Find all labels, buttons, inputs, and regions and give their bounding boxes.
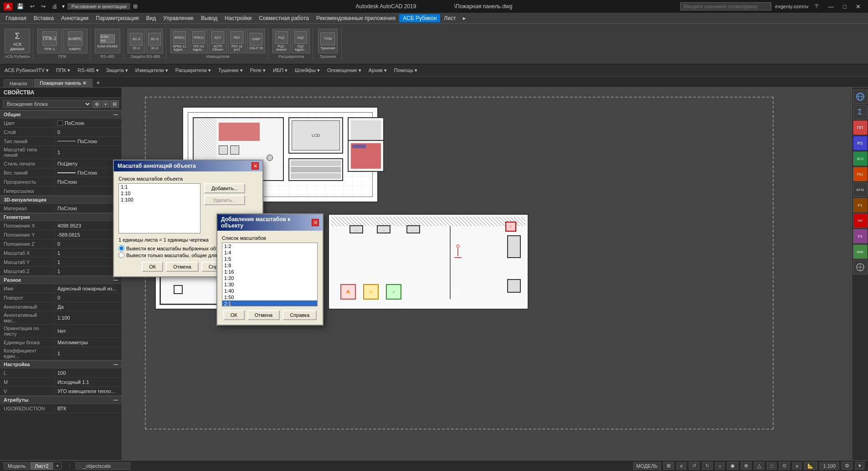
section-геометрия[interactable]: Геометрия — <box>0 213 122 221</box>
sidebar-rr-icon[interactable]: РР <box>853 213 868 228</box>
toolbar-ppk[interactable]: ППК ▾ <box>53 67 73 74</box>
sidebar-a40-icon[interactable]: А40 <box>853 244 868 259</box>
model-btn[interactable]: МОДЕЛЬ <box>633 462 661 470</box>
add-scale-1-8[interactable]: 1:8 <box>222 262 317 269</box>
quick-redo[interactable]: ↪ <box>39 3 47 10</box>
settings-gear[interactable]: ⚙ <box>842 462 853 470</box>
section-общие[interactable]: Общие — <box>0 110 122 119</box>
dialog-add-cancel-btn[interactable]: Отмена <box>247 310 280 320</box>
dialog-add-scales-listbox[interactable]: 1:2 1:4 1:5 1:8 1:16 1:20 1:30 1:40 1:50… <box>222 243 318 306</box>
add-scale-2-1[interactable]: 2:1 <box>222 300 317 306</box>
menu-главная[interactable]: Главная <box>2 14 30 22</box>
scale-item-1-10[interactable]: 1:10 <box>119 190 200 197</box>
menu-совместная[interactable]: Совместная работа <box>255 14 313 22</box>
close-btn[interactable]: ✕ <box>852 2 864 11</box>
minimize-btn[interactable]: — <box>824 2 837 11</box>
tab-model[interactable]: Модель <box>4 462 30 470</box>
sidebar-r3-icon[interactable]: Р3 <box>853 229 868 243</box>
sidebar-ppk-icon[interactable]: ПП <box>853 120 868 135</box>
ribbon-btn-tush[interactable]: ТУШ Тушение <box>318 29 338 53</box>
dialog-remove-scale-btn[interactable]: Удалить... <box>204 195 245 205</box>
grid-btn[interactable]: ⊞ <box>663 462 674 470</box>
tab-nachalo[interactable]: Начало <box>4 79 33 87</box>
section-разное[interactable]: Разное — <box>0 276 122 284</box>
osnap-btn[interactable]: ○ <box>715 462 725 470</box>
qp-btn[interactable]: ⊙ <box>779 462 790 470</box>
radio-all-input[interactable] <box>118 245 124 251</box>
ribbon-btn-ppk1[interactable]: ППК-1 ППК-1 <box>37 29 62 53</box>
scale-display[interactable]: 1:100 <box>820 462 839 470</box>
tab-add-btn[interactable]: + <box>93 78 103 87</box>
sidebar-r01-icon[interactable]: Р01 <box>853 167 868 181</box>
scale-item-1-1[interactable]: 1:1 <box>119 184 200 190</box>
radio-common-input[interactable] <box>118 252 124 258</box>
zoom-dropdown[interactable]: ▾ <box>855 462 864 470</box>
ribbon-btn-skbr[interactable]: СКБР СКБ-Р 20 <box>247 29 265 53</box>
lweight-btn[interactable]: △ <box>754 462 764 470</box>
ribbon-btn-rcs[interactable]: РЦС РЦС-Аналог. <box>272 29 291 53</box>
toolbar-rasshiriteli[interactable]: Расширители ▾ <box>173 67 214 74</box>
sidebar-rs-icon[interactable]: RS <box>853 136 868 150</box>
dynin-btn[interactable]: ⊕ <box>741 462 751 470</box>
section-3d[interactable]: 3D-визуализация — <box>0 196 122 204</box>
sidebar-zs3-icon[interactable]: ЗС3 <box>853 151 868 166</box>
view-controls[interactable]: ⊞ <box>133 3 138 10</box>
toolbar-tushenie[interactable]: Тушение ▾ <box>216 67 246 74</box>
tab-list2[interactable]: Лист2 <box>31 462 52 470</box>
add-scale-1-30[interactable]: 1:30 <box>222 281 317 288</box>
dialog-add-ok-btn[interactable]: ОК <box>223 310 245 320</box>
ribbon-btn-zs3[interactable]: ЗС-3 ЗС-3 <box>128 29 145 53</box>
toolbar-shleyfy[interactable]: Шлейфы ▾ <box>292 67 323 74</box>
sidebar-arm-icon[interactable]: АРМ <box>853 182 868 197</box>
quick-save[interactable]: 💾 <box>15 3 26 10</box>
menu-вывод[interactable]: Вывод <box>197 14 221 22</box>
ribbon-btn-zs3-2[interactable]: ЗС-3 ЗС-3 <box>146 29 163 53</box>
menu-вставка[interactable]: Вставка <box>30 14 58 22</box>
toolbar-rele[interactable]: Реле ▾ <box>247 67 268 74</box>
prop-icon-btn2[interactable]: + <box>102 100 109 108</box>
dialog-obj-scales-listbox[interactable]: 1:1 1:10 1:100 <box>118 183 200 233</box>
help-btn[interactable]: ? <box>812 3 821 10</box>
tspace-btn[interactable]: □ <box>767 462 776 470</box>
add-scale-1-50[interactable]: 1:50 <box>222 294 317 300</box>
section-настройка[interactable]: Настройка — <box>0 360 122 368</box>
ribbon-btn-kabrs[interactable]: КАВРС КАВРС <box>63 29 87 53</box>
otrack-btn[interactable]: ◉ <box>727 462 738 470</box>
toolbar-ibp[interactable]: ИБП ▾ <box>270 67 290 74</box>
menu-параметризация[interactable]: Параметризация <box>92 14 142 22</box>
dialog-obj-cancel-btn[interactable]: Отмена <box>166 262 198 272</box>
add-scale-1-4[interactable]: 1:4 <box>222 249 317 256</box>
ribbon-btn-asb-itv[interactable]: Σ АСБ данные <box>5 29 30 53</box>
sidebar-earth-icon[interactable] <box>853 260 868 274</box>
command-input-area[interactable]: :: _objectscale <box>76 462 130 470</box>
toolbar-archiv[interactable]: Архив ▾ <box>366 67 390 74</box>
quick-dropdown[interactable]: ▾ <box>62 3 65 10</box>
add-scale-1-16[interactable]: 1:16 <box>222 269 317 275</box>
ribbon-btn-arm11[interactable]: АРМ11 АРМе 11 Адрес... <box>170 29 189 53</box>
dialog-obj-ok-btn[interactable]: ОК <box>142 262 163 272</box>
toolbar-rs485[interactable]: RS-485 ▾ <box>75 67 101 74</box>
sel-btn[interactable]: ≡ <box>792 462 801 470</box>
annot-btn[interactable]: 📐 <box>804 462 817 470</box>
sidebar-globe-icon[interactable] <box>853 89 868 104</box>
ribbon-btn-reu[interactable]: РЕУ РЕУ-12 уст1 <box>228 29 246 53</box>
add-scale-1-5[interactable]: 1:5 <box>222 256 317 262</box>
toolbar-zashita[interactable]: Защита ▾ <box>103 67 131 74</box>
ribbon-btn-ppk11[interactable]: ППК11 ПГС-К1 Адрес... <box>190 29 208 53</box>
toolbar-opoveschenie[interactable]: Оповещение ▾ <box>324 67 364 74</box>
dialog-obj-scales-close[interactable]: ✕ <box>252 162 259 170</box>
toolbar-pomosh[interactable]: Помощь ▾ <box>391 67 421 74</box>
ortho-btn[interactable]: ↺ <box>689 462 699 470</box>
sidebar-sigma-icon[interactable]: Σ <box>853 105 868 119</box>
dialog-add-scales-close[interactable]: ✕ <box>312 219 319 226</box>
menu-лист[interactable]: Лист <box>440 14 459 22</box>
scale-item-1-100[interactable]: 1:100 <box>119 197 200 203</box>
tab-add-btn[interactable]: + <box>54 462 62 470</box>
quick-print[interactable]: 🖨 <box>50 3 59 10</box>
add-scale-1-2[interactable]: 1:2 <box>222 243 317 249</box>
ribbon-btn-ocs[interactable]: ОЦС ОЦС Адрес... <box>292 29 310 53</box>
section-атрибуты[interactable]: Атрибуты — <box>0 396 122 404</box>
dialog-add-scale-btn[interactable]: Добавить... <box>204 183 245 193</box>
menu-more[interactable]: ▸ <box>459 14 469 22</box>
menu-вид[interactable]: Вид <box>143 14 160 22</box>
